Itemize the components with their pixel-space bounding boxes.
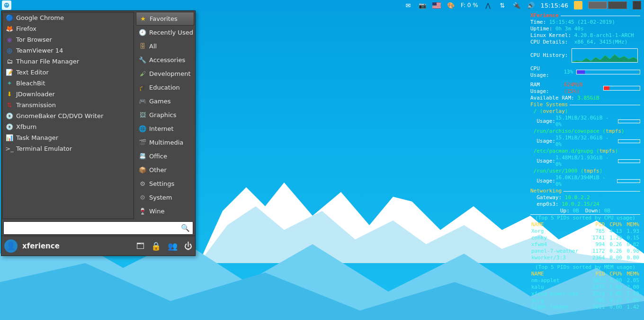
settings-icon: ⚙ [139,180,146,188]
keyboard-layout-indicator[interactable] [432,1,441,9]
conky-cpu-details: x86_64, 3415(MHz) [574,39,628,45]
category-multimedia[interactable]: 🎬Multimedia [136,136,194,149]
top-mem-table: NAMEPIDCPU%MEM%nm-applet10130.002.05kalu… [530,271,640,311]
fs-mount-0: / (overlay) [530,108,640,115]
proc-row: xfwm49940.260.82 [530,241,640,248]
lock-screen-icon[interactable]: 🔒 [151,241,161,251]
arch-icon[interactable]: ⋀ [484,1,492,9]
app-item-google-chrome[interactable]: 🔵Google Chrome [3,12,134,23]
mail-icon[interactable]: ✉ [404,1,412,9]
proc-row: kalu19700.002.00 [530,284,640,291]
switch-user-icon[interactable]: 👥 [168,241,178,251]
screenshot-icon[interactable]: 📷 [418,1,427,9]
workspace-pager[interactable] [588,1,627,9]
fs-mount-2: /etc/pacman.d/gnupg (tmpfs) [530,148,640,155]
app-item-bleachbit[interactable]: ✦BleachBit [3,78,134,89]
start-menu-button[interactable] [2,0,11,10]
app-item-label: Terminal Emulator [16,145,72,152]
logout-icon[interactable]: ⏻ [184,241,192,251]
app-item-task-manager[interactable]: 📊Task Manager [3,132,134,143]
app-item-tor-browser[interactable]: ◉Tor Browser [3,34,134,45]
fs-usage-0: Usage: 15.1MiB/32.0GiB - 0% [530,115,640,128]
conky-uptime-label: Uptime: [530,26,552,32]
category-internet[interactable]: 🌐Internet [136,122,194,136]
xfburn-icon: 💿 [6,123,13,131]
weather-label[interactable]: F: 0 % [461,2,478,9]
system-icon: ⚙ [139,194,146,201]
category-all[interactable]: 🗄All [136,39,194,53]
favorites-list: 🔵Google Chrome🦊Firefox◉Tor Browser◎TeamV… [2,12,134,219]
app-item-thunar[interactable]: 🗂Thunar File Manager [3,56,134,67]
app-item-label: Transmission [16,101,56,109]
favorites-icon: ★ [139,15,147,23]
category-office[interactable]: 📇Office [136,149,194,163]
proc-row: panel-7-weather11720.260.98 [530,248,640,255]
app-item-teamviewer[interactable]: ◎TeamViewer 14 [3,45,134,56]
show-desktop-button[interactable] [633,1,641,9]
category-development[interactable]: 🖌Development [136,67,194,81]
category-education[interactable]: 🎓Education [136,81,194,94]
network-icon[interactable]: ⇅ [498,1,507,9]
category-games[interactable]: 🎮Games [136,94,194,108]
clock[interactable]: 15:15:46 [541,2,568,9]
category-favorites[interactable]: ★Favorites [136,12,194,26]
svg-point-6 [7,4,8,5]
volume-icon[interactable]: 🔊 [527,1,535,9]
us-flag-icon [432,2,441,9]
search-icon: 🔍 [181,224,190,232]
power-manager-icon[interactable]: 🔌 [512,1,521,9]
category-settings[interactable]: ⚙Settings [136,177,194,191]
app-item-xfburn[interactable]: 💿Xfburn [3,121,134,132]
graphics-icon: 🖼 [139,111,146,119]
ram-usage-bar [603,86,640,91]
app-item-terminal[interactable]: >_Terminal Emulator [3,143,134,154]
app-item-label: Task Manager [16,134,58,141]
category-system[interactable]: ⚙System [136,191,194,204]
settings-manager-icon[interactable]: 🗔 [136,241,144,251]
app-item-gnomebaker[interactable]: 💿GnomeBaker CD/DVD Writer [3,110,134,121]
conky-title: XFerience [530,12,559,19]
category-recent[interactable]: 🕘Recently Used [136,26,194,39]
games-icon: 🎮 [139,98,146,105]
top-cpu-table: NAMEPIDCPU%MEM%Xorg7854.131.93conky17411… [530,221,640,261]
net-up-label: Up: [560,208,570,214]
system-tray: ✉ 📷 🎨 F: 0 % ⋀ ⇅ 🔌 🔊 15:15:46 [404,0,644,10]
category-label: Multimedia [149,139,183,146]
category-label: Development [149,70,191,77]
fs-mount-3: /run/user/1000 (tmpfs) [530,168,640,174]
update-notifier-icon[interactable]: 🎨 [447,1,455,9]
top-panel: ✉ 📷 🎨 F: 0 % ⋀ ⇅ 🔌 🔊 15:15:46 [0,0,644,10]
menu-search-bar: 🔍 [3,221,193,235]
username-label: xferience [22,242,60,250]
category-wine[interactable]: 🍷Wine [136,204,194,218]
category-other[interactable]: 📦Other [136,163,194,177]
ram-usage-label: RAM Usage: [530,82,561,95]
conky-time-label: Time: [530,19,546,25]
category-label: Internet [149,125,174,132]
tor-browser-icon: ◉ [6,36,13,44]
recent-icon: 🕘 [139,29,146,37]
app-item-jdownloader[interactable]: ⬇JDownloader [3,89,134,100]
internet-icon: 🌐 [139,125,146,133]
net-down: 0B [604,208,610,214]
office-icon: 📇 [139,153,146,160]
net-section-label: Networking [530,188,562,194]
app-item-text-editor[interactable]: 📝Text Editor [3,67,134,78]
cpu-usage-label: CPU Usage: [530,65,561,79]
education-icon: 🎓 [139,84,146,91]
text-editor-icon: 📝 [6,69,13,76]
menu-footer: 👤 xferience 🗔 🔒 👥 ⏻ [1,236,195,256]
iface-label: enp0s3: [537,201,558,207]
fs-mount-1: /run/archiso/cowspace (tmpfs) [530,128,640,135]
app-item-transmission[interactable]: ⇅Transmission [3,100,134,110]
category-label: Settings [149,180,174,187]
category-accessories[interactable]: 🔧Accessories [136,53,194,67]
user-avatar[interactable]: 👤 [4,239,18,253]
category-graphics[interactable]: 🖼Graphics [136,108,194,122]
google-chrome-icon: 🔵 [6,14,13,22]
menu-search-input[interactable] [7,225,181,232]
firefox-icon: 🦊 [6,25,13,33]
notifications-icon[interactable] [574,1,582,9]
app-item-label: BleachBit [16,80,45,87]
app-item-firefox[interactable]: 🦊Firefox [3,23,134,34]
